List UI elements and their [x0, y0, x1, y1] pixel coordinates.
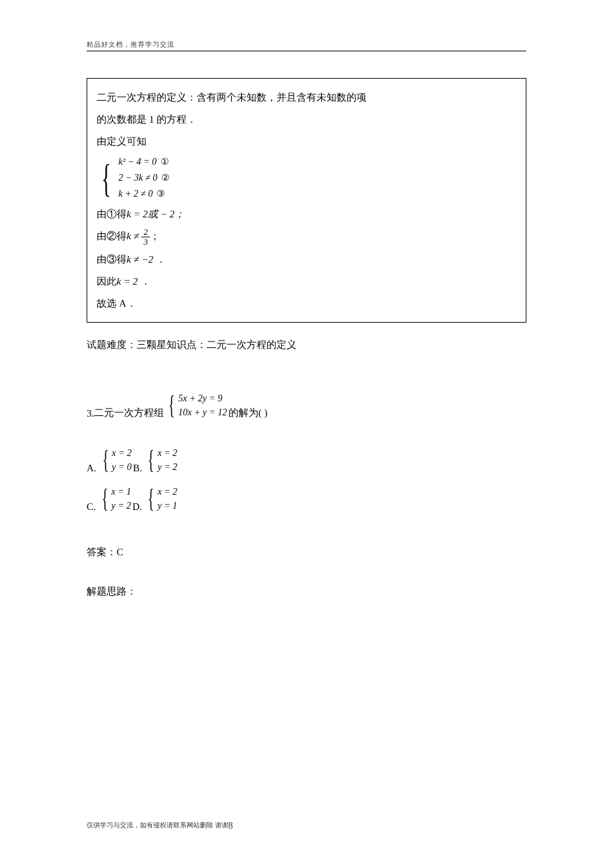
option-a: A. { x = 2 y = 0: [87, 446, 133, 474]
solution-line: 由定义可知: [97, 131, 516, 151]
page-footer: 仅供学习与交流，如有侵权请联系网站删除 谢谢8: [87, 821, 233, 831]
solution-line: 由②得k ≠ 23；: [97, 226, 516, 247]
equation: k + 2 ≠ 0: [119, 189, 153, 199]
equation-system: { k² − 4 = 0① 2 − 3k ≠ 0② k + 2 ≠ 0③: [97, 154, 516, 201]
solution-box: 二元一次方程的定义：含有两个未知数，并且含有未知数的项 的次数都是 1 的方程．…: [87, 78, 526, 323]
equation: y = 1: [157, 499, 177, 513]
equation: y = 0: [112, 460, 132, 474]
equation: 2 − 3k ≠ 0: [119, 173, 157, 183]
solution-conclusion: 故选 A．: [97, 293, 516, 313]
option-b: B. { x = 2 y = 2: [133, 446, 179, 474]
equation: y = 2: [111, 499, 131, 513]
solution-line: 因此k = 2 ．: [97, 271, 516, 291]
equation: x = 2: [112, 446, 132, 460]
option-label: C.: [87, 501, 96, 513]
brace-icon: {: [148, 487, 155, 511]
option-label: D.: [133, 501, 143, 513]
equation: k² − 4 = 0: [119, 157, 157, 167]
equation: 5x + 2y = 9: [178, 391, 227, 405]
equation: y = 2: [157, 460, 177, 474]
brace-icon: {: [102, 448, 109, 472]
question-3: 3.二元一次方程组 { 5x + 2y = 9 10x + y = 12 的解为…: [87, 391, 526, 419]
circle-label: ①: [161, 157, 169, 167]
solution-line: 二元一次方程的定义：含有两个未知数，并且含有未知数的项: [97, 87, 516, 107]
brace-icon: {: [102, 487, 109, 511]
brace-icon: {: [148, 448, 155, 472]
equation: x = 2: [157, 485, 177, 499]
brace-icon: {: [169, 393, 175, 417]
equation: x = 2: [157, 446, 177, 460]
solution-label: 解题思路：: [87, 585, 526, 598]
circle-label: ②: [161, 173, 170, 183]
footer-text: 仅供学习与交流，如有侵权请联系网站删除 谢谢: [87, 821, 229, 829]
equation: x = 1: [111, 485, 131, 499]
solution-line: 的次数都是 1 的方程．: [97, 109, 516, 129]
header-text: 精品好文档，推荐学习交流: [87, 40, 526, 51]
options-group: A. { x = 2 y = 0 B. { x = 2 y = 2: [87, 446, 526, 513]
equation-system: { 5x + 2y = 9 10x + y = 12: [165, 391, 227, 419]
question-text: 二元一次方程组: [94, 407, 164, 419]
page-number: 8: [229, 821, 233, 831]
difficulty-text: 试题难度：三颗星知识点：二元一次方程的定义: [87, 339, 526, 351]
circle-label: ③: [157, 189, 165, 199]
solution-line: 由③得k ≠ −2 ．: [97, 249, 516, 269]
option-d: D. { x = 2 y = 1: [133, 485, 179, 513]
question-number: 3.: [87, 408, 94, 419]
option-c: C. { x = 1 y = 2: [87, 485, 133, 513]
option-label: B.: [133, 463, 142, 474]
question-suffix: 的解为( ): [229, 407, 268, 419]
option-label: A.: [87, 463, 97, 474]
solution-line: 由①得k = 2或 − 2；: [97, 204, 516, 224]
answer-text: 答案：C: [87, 546, 526, 559]
brace-icon: {: [101, 158, 111, 198]
equation: 10x + y = 12: [178, 405, 227, 419]
